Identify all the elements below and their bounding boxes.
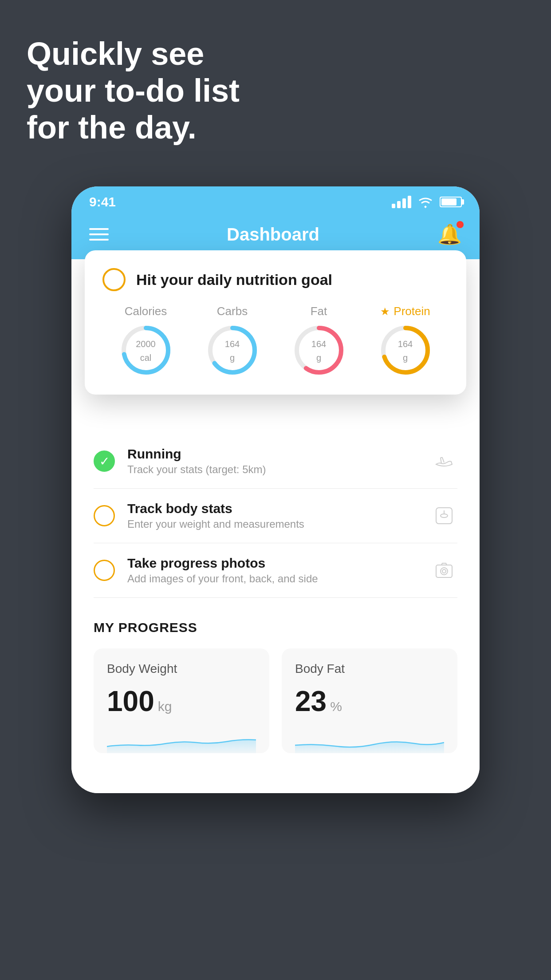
carbs-value: 164 g	[225, 336, 240, 364]
protein-label: ★ Protein	[380, 304, 430, 318]
fat-number: 23	[295, 685, 327, 718]
shoe-icon	[431, 448, 457, 474]
todo-item-running[interactable]: ✓ Running Track your stats (target: 5km)	[94, 434, 457, 489]
todo-item-bodystats[interactable]: Track body stats Enter your weight and m…	[94, 489, 457, 543]
weight-value-row: 100 kg	[107, 685, 256, 718]
stat-fat: Fat 164 g	[292, 304, 346, 377]
todo-sub-running: Track your stats (target: 5km)	[127, 463, 418, 476]
signal-icon	[392, 196, 411, 208]
progress-cards: Body Weight 100 kg	[94, 648, 457, 780]
nutrition-title: Hit your daily nutrition goal	[136, 271, 332, 288]
weight-chart	[107, 727, 256, 753]
status-bar: 9:41	[71, 186, 480, 214]
phone-container: 9:41	[71, 186, 480, 793]
progress-card-fat[interactable]: Body Fat 23 %	[282, 648, 457, 753]
fat-donut: 164 g	[292, 324, 346, 377]
fat-value: 164 g	[311, 336, 326, 364]
svg-point-12	[441, 568, 448, 575]
todo-item-photos[interactable]: Take progress photos Add images of your …	[94, 543, 457, 598]
stat-carbs: Carbs 164 g	[206, 304, 259, 377]
svg-rect-11	[436, 565, 452, 577]
svg-point-13	[442, 569, 446, 573]
todo-title-photos: Take progress photos	[127, 556, 418, 571]
progress-card-weight[interactable]: Body Weight 100 kg	[94, 648, 269, 753]
carbs-donut: 164 g	[206, 324, 259, 377]
carbs-label: Carbs	[217, 304, 248, 318]
todo-text-photos: Take progress photos Add images of your …	[127, 556, 418, 585]
svg-rect-8	[436, 508, 452, 524]
todo-check-bodystats	[94, 505, 115, 526]
fat-unit: %	[330, 699, 342, 714]
protein-value: 164 g	[398, 336, 413, 364]
todo-title-bodystats: Track body stats	[127, 501, 418, 516]
weight-unit: kg	[158, 699, 172, 714]
todo-check-running: ✓	[94, 450, 115, 472]
bell-icon[interactable]: 🔔	[437, 223, 462, 246]
todo-sub-bodystats: Enter your weight and measurements	[127, 518, 418, 530]
todo-check-photos	[94, 560, 115, 581]
todo-title-running: Running	[127, 447, 418, 462]
calories-donut: 2000 cal	[119, 324, 173, 377]
notification-dot	[457, 221, 464, 228]
nutrition-header: Hit your daily nutrition goal	[102, 268, 449, 291]
phone-frame: 9:41	[71, 186, 480, 793]
todo-list: ✓ Running Track your stats (target: 5km)	[94, 434, 457, 598]
header-title: Dashboard	[227, 225, 319, 245]
hero-text: Quickly see your to-do list for the day.	[27, 36, 240, 146]
fat-value-row: 23 %	[295, 685, 444, 718]
stat-calories: Calories 2000 cal	[119, 304, 173, 377]
status-time: 9:41	[89, 194, 116, 209]
progress-title: MY PROGRESS	[94, 620, 457, 635]
app-body: THINGS TO DO TODAY Hit your daily nutrit…	[71, 259, 480, 598]
battery-icon	[440, 197, 462, 207]
todo-sub-photos: Add images of your front, back, and side	[127, 573, 418, 585]
stat-protein: ★ Protein 164 g	[379, 304, 432, 377]
hero-line1: Quickly see	[27, 36, 240, 72]
nutrition-card[interactable]: Hit your daily nutrition goal Calories	[85, 250, 466, 395]
photo-icon	[431, 557, 457, 584]
hero-line2: your to-do list	[27, 72, 240, 109]
calories-label: Calories	[125, 304, 167, 318]
scale-icon	[431, 502, 457, 529]
phone-bottom-space	[71, 780, 480, 793]
star-icon: ★	[380, 305, 390, 318]
fat-label: Fat	[311, 304, 327, 318]
nutrition-circle-check	[102, 268, 126, 291]
calories-value: 2000 cal	[136, 336, 156, 364]
hero-line3: for the day.	[27, 109, 240, 146]
todo-text-bodystats: Track body stats Enter your weight and m…	[127, 501, 418, 530]
fat-card-title: Body Fat	[295, 662, 444, 676]
protein-donut: 164 g	[379, 324, 432, 377]
svg-point-9	[441, 514, 448, 518]
wifi-icon	[417, 196, 433, 208]
fat-chart	[295, 727, 444, 753]
weight-number: 100	[107, 685, 154, 718]
menu-icon[interactable]	[89, 228, 109, 241]
status-icons	[392, 196, 462, 208]
weight-card-title: Body Weight	[107, 662, 256, 676]
todo-text-running: Running Track your stats (target: 5km)	[127, 447, 418, 476]
progress-section: MY PROGRESS Body Weight 100 kg	[71, 598, 480, 780]
nutrition-stats: Calories 2000 cal	[102, 304, 449, 377]
